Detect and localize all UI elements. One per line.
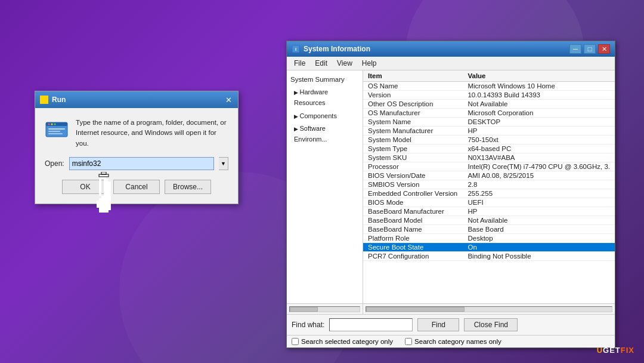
table-cell-item: BaseBoard Manufacturer	[363, 207, 463, 216]
run-buttons: OK Cancel Browse...	[45, 180, 228, 194]
table-row[interactable]: BaseBoard NameBase Board	[363, 225, 615, 234]
svg-rect-18	[109, 182, 111, 196]
tree-item-software-environment[interactable]: Software Environm...	[287, 122, 363, 146]
table-cell-item: BIOS Mode	[363, 198, 463, 207]
run-app-icon	[45, 118, 69, 141]
table-row[interactable]: Secure Boot StateOn	[363, 243, 615, 252]
find-input[interactable]	[329, 318, 413, 331]
table-row[interactable]: Embedded Controller Version255.255	[363, 189, 615, 198]
table-row[interactable]: System SKUN0X13AV#ABA	[363, 153, 615, 162]
svg-point-7	[51, 124, 53, 125]
table-cell-item: SMBIOS Version	[363, 180, 463, 189]
hscroll-track-left[interactable]	[289, 306, 360, 312]
svg-rect-3	[45, 100, 48, 103]
table-row[interactable]: PCR7 ConfigurationBinding Not Possible	[363, 252, 615, 261]
sysinfo-hscroll	[287, 303, 615, 314]
sysinfo-titlebar: i System Information ─ □ ✕	[287, 41, 615, 57]
sysinfo-app-icon: i	[292, 45, 300, 53]
table-row[interactable]: OS ManufacturerMicrosoft Corporation	[363, 109, 615, 118]
sysinfo-close-button[interactable]: ✕	[598, 44, 610, 54]
watermark: UGETFIX	[597, 346, 634, 355]
table-row[interactable]: Other OS DescriptionNot Available	[363, 100, 615, 109]
search-selected-category-checkbox[interactable]	[292, 338, 299, 345]
menu-help[interactable]: Help	[357, 58, 382, 69]
table-cell-item: System Manufacturer	[363, 127, 463, 136]
close-find-button[interactable]: Close Find	[464, 318, 518, 331]
table-cell-item: BaseBoard Name	[363, 225, 463, 234]
svg-rect-16	[104, 174, 106, 196]
table-row[interactable]: BaseBoard ModelNot Available	[363, 216, 615, 225]
hscroll-thumb-right[interactable]	[366, 307, 465, 312]
svg-rect-2	[41, 100, 44, 103]
table-cell-value: UEFI	[463, 198, 615, 207]
sysinfo-tree: System Summary Hardware Resources Compon…	[287, 70, 363, 303]
menu-edit[interactable]: Edit	[310, 58, 332, 69]
run-dialog: Run ✕ Type the name of a program, folder…	[35, 91, 239, 204]
svg-rect-14	[99, 177, 101, 196]
table-row[interactable]: Platform RoleDesktop	[363, 234, 615, 243]
table-cell-value: Desktop	[463, 234, 615, 243]
table-row[interactable]: System Model750-150xt	[363, 136, 615, 144]
table-cell-item: System SKU	[363, 153, 463, 162]
table-cell-item: BIOS Version/Date	[363, 171, 463, 180]
table-row[interactable]: System ManufacturerHP	[363, 127, 615, 136]
find-button[interactable]: Find	[417, 318, 459, 331]
svg-rect-10	[48, 131, 60, 132]
table-row[interactable]: ProcessorIntel(R) Core(TM) i7-4790 CPU @…	[363, 162, 615, 171]
table-cell-value: 750-150xt	[463, 136, 615, 144]
hscroll-thumb-left[interactable]	[290, 307, 318, 312]
svg-rect-15	[101, 177, 104, 179]
hscroll-track-right[interactable]	[366, 306, 612, 312]
sysinfo-table: Item Value OS NameMicrosoft Windows 10 H…	[363, 70, 615, 261]
sysinfo-data: Item Value OS NameMicrosoft Windows 10 H…	[363, 70, 615, 303]
sysinfo-minimize-button[interactable]: ─	[569, 44, 581, 54]
svg-rect-9	[48, 128, 65, 130]
table-cell-value: N0X13AV#ABA	[463, 153, 615, 162]
mouse-cursor	[89, 172, 132, 227]
menu-view[interactable]: View	[332, 58, 357, 69]
table-row[interactable]: BIOS Version/DateAMI A0.08, 8/25/2015	[363, 171, 615, 180]
table-row[interactable]: System NameDESKTOP	[363, 118, 615, 127]
svg-point-6	[48, 124, 50, 125]
run-titlebar: Run ✕	[35, 91, 238, 108]
run-content-row: Type the name of a program, folder, docu…	[45, 118, 228, 149]
hscroll-left	[287, 304, 363, 314]
run-browse-button[interactable]: Browse...	[165, 180, 211, 194]
sysinfo-titlebar-left: i System Information	[292, 45, 370, 53]
svg-rect-17	[106, 179, 109, 196]
table-cell-item: Other OS Description	[363, 100, 463, 109]
table-cell-item: System Type	[363, 144, 463, 153]
run-dropdown-arrow[interactable]: ▼	[219, 157, 228, 170]
table-row[interactable]: SMBIOS Version2.8	[363, 180, 615, 189]
search-category-names-label: Search category names only	[414, 338, 501, 345]
sysinfo-maximize-button[interactable]: □	[584, 44, 596, 54]
table-row[interactable]: BIOS ModeUEFI	[363, 198, 615, 207]
run-open-input[interactable]	[69, 157, 214, 170]
run-window-icon	[40, 96, 48, 104]
search-category-names-checkbox[interactable]	[405, 338, 412, 345]
table-row[interactable]: Version10.0.14393 Build 14393	[363, 91, 615, 100]
svg-point-8	[54, 124, 56, 125]
sysinfo-menubar: File Edit View Help	[287, 57, 615, 70]
tree-item-hardware-resources[interactable]: Hardware Resources	[287, 86, 363, 109]
svg-rect-19	[101, 196, 111, 198]
svg-rect-24	[99, 208, 111, 210]
svg-rect-0	[41, 96, 44, 99]
sysinfo-title: System Information	[304, 45, 370, 53]
run-close-button[interactable]: ✕	[224, 95, 233, 104]
svg-rect-12	[101, 172, 106, 174]
menu-file[interactable]: File	[289, 58, 310, 69]
table-cell-item: Platform Role	[363, 234, 463, 243]
tree-item-system-summary[interactable]: System Summary	[287, 73, 363, 86]
table-cell-value: HP	[463, 127, 615, 136]
svg-rect-11	[48, 133, 63, 134]
table-row[interactable]: System Typex64-based PC	[363, 144, 615, 153]
table-row[interactable]: OS NameMicrosoft Windows 10 Home	[363, 82, 615, 91]
tree-item-components[interactable]: Components	[287, 110, 363, 123]
table-cell-value: Intel(R) Core(TM) i7-4790 CPU @ 3.60GHz,…	[463, 162, 615, 171]
sysinfo-findbar: Find what: Find Close Find	[287, 314, 615, 335]
table-cell-value: AMI A0.08, 8/25/2015	[463, 171, 615, 180]
table-cell-item: Processor	[363, 162, 463, 171]
table-row[interactable]: BaseBoard ManufacturerHP	[363, 207, 615, 216]
table-cell-item: System Name	[363, 118, 463, 127]
